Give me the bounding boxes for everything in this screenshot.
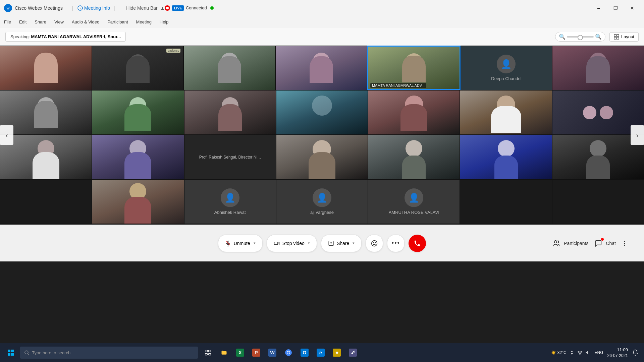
layout-button[interactable]: Layout bbox=[609, 32, 639, 42]
more-menu-button[interactable] bbox=[621, 240, 628, 247]
end-call-button[interactable] bbox=[409, 235, 426, 252]
maximize-button[interactable]: ❐ bbox=[608, 3, 623, 13]
app-title: Cisco Webex Meetings bbox=[15, 5, 63, 11]
minimize-button[interactable]: – bbox=[591, 3, 606, 13]
zoom-in-icon[interactable]: 🔍 bbox=[595, 34, 602, 40]
svg-point-21 bbox=[25, 351, 28, 354]
svg-rect-12 bbox=[274, 242, 278, 245]
file-explorer-icon[interactable] bbox=[217, 345, 231, 361]
search-bar[interactable] bbox=[20, 347, 198, 359]
svg-rect-25 bbox=[209, 354, 211, 355]
video-tile-24[interactable]: 👤 Abhishek Rawat bbox=[184, 179, 276, 224]
video-tile-20[interactable] bbox=[460, 135, 552, 179]
video-tile-8[interactable] bbox=[0, 90, 92, 135]
speaker-name: MAMTA RANI AGARWAL ADVISER-I, Sour... bbox=[31, 34, 121, 39]
right-controls: Participants Chat bbox=[552, 239, 628, 248]
svg-marker-30 bbox=[586, 351, 588, 354]
menu-edit[interactable]: Edit bbox=[19, 19, 26, 24]
menu-share[interactable]: Share bbox=[35, 19, 46, 24]
prev-page-button[interactable]: ‹ bbox=[0, 125, 13, 145]
video-tile-10[interactable] bbox=[184, 90, 276, 135]
menu-help[interactable]: Help bbox=[160, 19, 169, 24]
participants-icon-wrap bbox=[552, 239, 561, 248]
menu-participant[interactable]: Participant bbox=[107, 19, 128, 24]
svg-point-19 bbox=[624, 243, 625, 244]
video-tile-3[interactable] bbox=[183, 46, 275, 90]
participants-button[interactable]: Participants bbox=[552, 239, 588, 248]
weather-widget[interactable]: ☀️ 32°C bbox=[551, 350, 567, 355]
zoom-out-icon[interactable]: 🔍 bbox=[559, 34, 566, 40]
svg-text:i: i bbox=[80, 7, 81, 10]
task-view-icon[interactable] bbox=[201, 345, 215, 361]
video-tile-15[interactable] bbox=[0, 135, 92, 179]
search-input[interactable] bbox=[32, 350, 194, 355]
video-tile-5-active[interactable]: MAMTA RANI AGARWAL ADV... bbox=[367, 46, 461, 90]
video-tile-16[interactable] bbox=[92, 135, 184, 179]
video-tile-12[interactable] bbox=[368, 90, 460, 135]
svg-rect-5 bbox=[617, 35, 619, 37]
video-tile-22[interactable] bbox=[0, 179, 92, 224]
video-tile-19[interactable] bbox=[368, 135, 460, 179]
next-page-button[interactable]: › bbox=[631, 125, 644, 145]
video-tile-26[interactable]: 👤 AMRUTHA ROSE VALAVI bbox=[368, 179, 460, 224]
menu-view[interactable]: View bbox=[54, 19, 64, 24]
outlook-icon[interactable]: O bbox=[297, 345, 312, 361]
speaker-icon bbox=[585, 350, 591, 355]
share-chevron-icon[interactable]: ▾ bbox=[353, 241, 355, 245]
more-options-button[interactable]: ••• bbox=[387, 235, 405, 252]
video-tile-17[interactable]: Prof. Rakesh Sehgal, Director NI... bbox=[184, 135, 276, 179]
connected-text: Connected bbox=[186, 5, 207, 10]
stop-video-button[interactable]: Stop video ▾ bbox=[267, 235, 317, 252]
menu-file[interactable]: File bbox=[4, 19, 11, 24]
app-icon: W bbox=[4, 4, 12, 12]
chat-button[interactable]: Chat bbox=[594, 239, 616, 248]
menu-audio-video[interactable]: Audio & Video bbox=[72, 19, 99, 24]
zoom-slider[interactable] bbox=[567, 36, 594, 38]
video-tile-18[interactable] bbox=[276, 135, 368, 179]
hide-menu-button[interactable]: Hide Menu Bar ▲ bbox=[125, 5, 165, 11]
close-button[interactable]: ✕ bbox=[625, 3, 640, 13]
edge-icon[interactable]: e bbox=[313, 345, 328, 361]
start-button[interactable] bbox=[3, 345, 19, 361]
menu-meeting[interactable]: Meeting bbox=[136, 19, 152, 24]
video-tile-6[interactable]: 👤 Deepa Chandel bbox=[461, 46, 552, 90]
powerpoint-icon[interactable]: P bbox=[249, 345, 264, 361]
unmute-button[interactable]: Unmute ▾ bbox=[218, 235, 263, 252]
misc-icon-1[interactable]: ★ bbox=[329, 345, 344, 361]
video-tile-2[interactable]: cadence bbox=[92, 46, 184, 90]
video-tile-25[interactable]: 👤 aji varghese bbox=[276, 179, 368, 224]
video-tile-11[interactable] bbox=[276, 90, 368, 135]
video-row-4: 👤 Abhishek Rawat 👤 aji varghese 👤 AMRUTH… bbox=[0, 179, 644, 224]
share-icon bbox=[328, 240, 334, 246]
word-icon[interactable]: W bbox=[265, 345, 280, 361]
svg-point-16 bbox=[375, 242, 376, 243]
chrome-icon[interactable] bbox=[281, 345, 296, 361]
video-grid-area: ‹ › cadence bbox=[0, 46, 644, 225]
notification-icon[interactable] bbox=[632, 349, 639, 356]
toolbar-right: 🔍 🔍 Layout bbox=[555, 32, 639, 42]
video-tile-4[interactable] bbox=[275, 46, 367, 90]
stop-video-chevron-icon[interactable]: ▾ bbox=[308, 241, 310, 245]
video-tile-1[interactable] bbox=[0, 46, 92, 90]
video-tile-28 bbox=[552, 179, 644, 224]
video-tile-21[interactable] bbox=[552, 135, 644, 179]
svg-rect-22 bbox=[205, 350, 208, 352]
share-button[interactable]: Share ▾ bbox=[321, 235, 362, 252]
video-row-3: Prof. Rakesh Sehgal, Director NI... bbox=[0, 135, 644, 179]
video-tile-14[interactable] bbox=[552, 90, 644, 135]
chat-label: Chat bbox=[606, 241, 616, 246]
meeting-info-button[interactable]: Meeting Info bbox=[84, 5, 110, 11]
video-tile-23[interactable] bbox=[92, 179, 184, 224]
video-tile-9[interactable] bbox=[92, 90, 184, 135]
video-tile-13[interactable] bbox=[460, 90, 552, 135]
video-tile-7[interactable] bbox=[552, 46, 644, 90]
excel-icon[interactable]: X bbox=[233, 345, 248, 361]
emoji-button[interactable] bbox=[366, 235, 383, 252]
participants-label: Participants bbox=[564, 241, 588, 246]
search-icon bbox=[24, 350, 29, 355]
unmute-chevron-icon[interactable]: ▾ bbox=[254, 241, 256, 245]
layout-label: Layout bbox=[621, 34, 634, 39]
misc-icon-2[interactable]: 🖌 bbox=[345, 345, 360, 361]
name-17: Prof. Rakesh Sehgal, Director NI... bbox=[197, 152, 264, 162]
zoom-control: 🔍 🔍 bbox=[555, 32, 605, 42]
